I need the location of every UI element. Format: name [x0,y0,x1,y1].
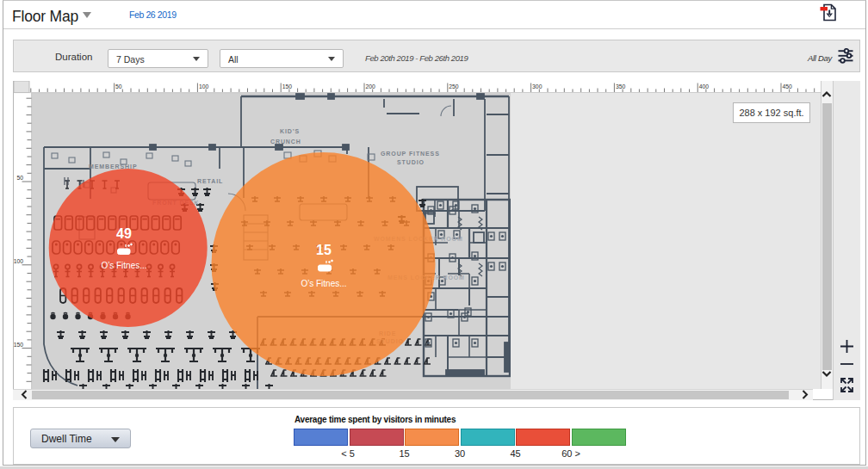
svg-text:O’s Fitnes...: O’s Fitnes... [301,279,346,288]
svg-text:50: 50 [115,83,122,89]
svg-text:RETAIL: RETAIL [197,178,223,184]
svg-text:CRUNCH: CRUNCH [270,139,301,145]
svg-text:150: 150 [282,83,293,89]
svg-text:350: 350 [616,83,626,89]
svg-text:200: 200 [366,83,376,89]
svg-text:450: 450 [783,83,793,89]
svg-text:STUDIO: STUDIO [397,159,425,165]
svg-text:O’s Fitnes...: O’s Fitnes... [101,261,146,270]
svg-text:100: 100 [199,83,209,89]
svg-text:100: 100 [14,258,24,264]
svg-text:150: 150 [14,342,24,348]
svg-text:GROUP FITNESS: GROUP FITNESS [381,151,440,157]
svg-text:50: 50 [16,175,23,181]
svg-text:400: 400 [699,83,710,89]
svg-text:KID’S: KID’S [280,128,300,134]
svg-text:300: 300 [532,83,542,89]
svg-text:MEMBERSHIP: MEMBERSHIP [89,164,137,170]
svg-text:250: 250 [449,83,459,89]
svg-text:15: 15 [316,243,332,257]
svg-text:49: 49 [116,226,132,241]
